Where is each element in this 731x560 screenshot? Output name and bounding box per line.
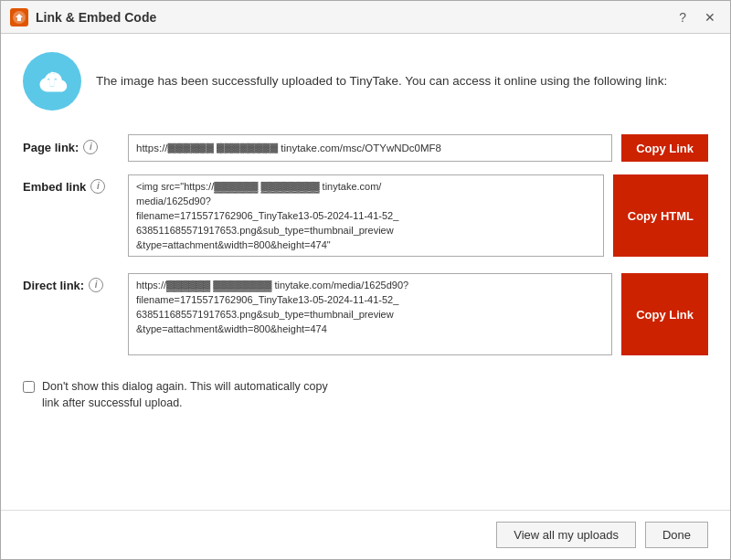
page-link-info-icon[interactable]: i: [83, 140, 98, 154]
direct-link-input[interactable]: https://▓▓▓▓▓▓ ▓▓▓▓▓▓▓▓ tinytake.com/med…: [128, 273, 612, 355]
embed-link-row: Embed link i <img src="https://▓▓▓▓▓▓ ▓▓…: [23, 174, 708, 260]
embed-link-input[interactable]: <img src="https://▓▓▓▓▓▓ ▓▓▓▓▓▓▓▓ tinyta…: [128, 174, 604, 257]
upload-banner: The image has been successfully uploaded…: [23, 52, 708, 120]
upload-icon: [23, 52, 81, 111]
cloud-upload-svg: [36, 65, 69, 98]
dont-show-checkbox[interactable]: [23, 381, 35, 393]
page-link-label: Page link: i: [23, 134, 119, 154]
fields-section: Page link: i Copy Link Embed link i <img…: [23, 134, 708, 359]
direct-link-input-wrap: https://▓▓▓▓▓▓ ▓▓▓▓▓▓▓▓ tinytake.com/med…: [128, 273, 612, 359]
title-bar: Link & Embed Code ? ✕: [1, 1, 730, 34]
dialog-footer: View all my uploads Done: [1, 510, 730, 559]
dont-show-again-row: Don't show this dialog again. This will …: [23, 379, 708, 411]
dialog-content: The image has been successfully uploaded…: [1, 34, 730, 510]
view-uploads-button[interactable]: View all my uploads: [496, 522, 636, 548]
title-bar-controls: ? ✕: [673, 9, 721, 26]
close-button[interactable]: ✕: [699, 9, 721, 26]
app-icon: [10, 8, 28, 26]
page-link-input[interactable]: [128, 134, 612, 162]
embed-link-input-wrap: <img src="https://▓▓▓▓▓▓ ▓▓▓▓▓▓▓▓ tinyta…: [128, 174, 604, 260]
page-link-row: Page link: i Copy Link: [23, 134, 708, 162]
embed-link-info-icon[interactable]: i: [90, 179, 105, 194]
direct-link-info-icon[interactable]: i: [89, 278, 103, 292]
copy-html-button[interactable]: Copy HTML: [613, 174, 708, 257]
window-title: Link & Embed Code: [36, 10, 673, 25]
dialog-window: Link & Embed Code ? ✕ The image has been…: [0, 0, 731, 560]
upload-success-text: The image has been successfully uploaded…: [96, 72, 667, 90]
page-link-input-wrap: [128, 134, 612, 162]
embed-link-label: Embed link i: [23, 174, 119, 194]
direct-link-row: Direct link: i https://▓▓▓▓▓▓ ▓▓▓▓▓▓▓▓ t…: [23, 273, 708, 359]
copy-direct-link-button[interactable]: Copy Link: [621, 273, 708, 355]
done-button[interactable]: Done: [645, 522, 708, 548]
direct-link-label: Direct link: i: [23, 273, 119, 292]
copy-page-link-button[interactable]: Copy Link: [621, 134, 708, 162]
help-button[interactable]: ?: [673, 9, 692, 26]
dont-show-label[interactable]: Don't show this dialog again. This will …: [42, 379, 328, 411]
